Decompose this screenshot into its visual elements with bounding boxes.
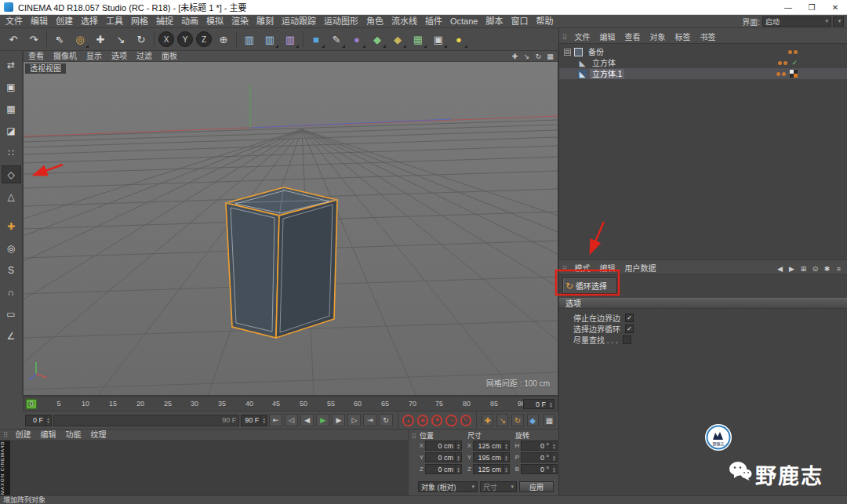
- select-boundary-loop-checkbox[interactable]: [625, 325, 634, 333]
- menu-edit[interactable]: 编辑: [27, 15, 52, 28]
- viewport-menu-filter[interactable]: 过滤: [132, 51, 157, 62]
- om-menu-edit[interactable]: 编辑: [595, 32, 620, 43]
- enable-snap-icon[interactable]: S: [2, 261, 21, 279]
- lock-icon[interactable]: ✱: [822, 264, 832, 274]
- menu-help[interactable]: 帮助: [532, 15, 557, 28]
- expand-icon[interactable]: ⊟: [564, 49, 571, 56]
- timeline-ruler[interactable]: 0F 0 5 10 15 20 25 30 35 40 45 50 55 60 …: [23, 396, 558, 412]
- keyframe-selection-icon[interactable]: ▦: [543, 414, 555, 426]
- texture-tag-icon[interactable]: [790, 70, 798, 78]
- size-x-field[interactable]: 125 cm▴▾: [473, 441, 510, 451]
- size-y-field[interactable]: 195 cm▴▾: [473, 452, 510, 462]
- points-mode-icon[interactable]: ∷: [2, 143, 21, 161]
- mini-move-icon[interactable]: ✚: [482, 414, 493, 426]
- generators-icon[interactable]: ◆: [368, 30, 387, 49]
- viewport-menu-panel[interactable]: 面板: [157, 51, 182, 62]
- position-y-field[interactable]: 0 cm▴▾: [425, 452, 462, 462]
- frame-end-field[interactable]: 90 F ▴▾: [241, 415, 267, 426]
- menu-tools[interactable]: 工具: [102, 15, 127, 28]
- stop-at-boundary-checkbox[interactable]: [625, 314, 634, 322]
- material-list[interactable]: [10, 441, 408, 495]
- rotation-p-field[interactable]: 0 °▴▾: [521, 452, 558, 462]
- position-x-field[interactable]: 0 cm▴▾: [425, 441, 462, 451]
- panel-grip-icon[interactable]: ⠿: [0, 431, 11, 439]
- zoom-view-icon[interactable]: ↘: [522, 52, 532, 61]
- pan-view-icon[interactable]: ✚: [510, 52, 520, 61]
- stepper[interactable]: ▴▾: [503, 465, 509, 473]
- menu-character[interactable]: 角色: [362, 15, 387, 28]
- material-menu-function[interactable]: 功能: [61, 430, 86, 441]
- menu-octane[interactable]: Octane: [446, 15, 482, 28]
- spline-pen-icon[interactable]: ✎: [327, 30, 346, 49]
- stepper[interactable]: ▴▾: [551, 453, 557, 462]
- options-section-header[interactable]: 选项: [559, 298, 847, 309]
- render-picture-viewer-icon[interactable]: ▥: [260, 30, 279, 49]
- subdivision-surface-icon[interactable]: ●: [347, 30, 366, 49]
- menu-script[interactable]: 脚本: [482, 15, 507, 28]
- menu-render[interactable]: 渲染: [227, 15, 253, 28]
- viewport-menu-cameras[interactable]: 摄像机: [49, 51, 82, 62]
- om-menu-tags[interactable]: 标签: [671, 32, 696, 43]
- stepper[interactable]: ▴▾: [45, 415, 51, 426]
- goto-start-button[interactable]: ⇤: [269, 414, 282, 426]
- material-menu-texture[interactable]: 纹理: [86, 430, 111, 441]
- cube-object[interactable]: [226, 187, 337, 338]
- toggle-views-icon[interactable]: ▦: [545, 52, 555, 61]
- timeline-frame-field[interactable]: 0 F ▴▾: [523, 399, 554, 409]
- workplane-mode-icon[interactable]: ◪: [2, 121, 21, 140]
- menu-plugins[interactable]: 插件: [421, 15, 446, 28]
- apply-button[interactable]: 应用: [519, 481, 554, 492]
- object-row-selected[interactable]: ◣ 立方体.1: [559, 68, 847, 79]
- record-keyframe-button[interactable]: ●: [402, 415, 413, 426]
- stepper[interactable]: ▴▾: [547, 400, 554, 408]
- om-menu-bookmarks[interactable]: 书签: [696, 32, 721, 43]
- mini-rotate-icon[interactable]: ↻: [511, 414, 523, 426]
- interface-dropdown[interactable]: 启动 ▾: [762, 16, 831, 27]
- model-mode-icon[interactable]: ▣: [2, 78, 21, 96]
- menu-file[interactable]: 文件: [2, 15, 27, 28]
- menu-simulate[interactable]: 模拟: [202, 15, 227, 28]
- forward-icon[interactable]: ▶: [787, 264, 797, 274]
- visibility-dot-icon[interactable]: [776, 72, 780, 76]
- visibility-dot-icon[interactable]: [788, 50, 792, 54]
- play-button[interactable]: ▶: [316, 414, 329, 426]
- menu-mograph[interactable]: 运动图形: [320, 15, 362, 28]
- stepper[interactable]: ▴▾: [551, 465, 557, 473]
- maximize-button[interactable]: ❐: [800, 0, 823, 15]
- coordinate-mode-dropdown[interactable]: 对象 (相对) ▾: [418, 481, 478, 492]
- panel-grip-icon[interactable]: ⠿: [559, 34, 570, 42]
- y-axis-lock-button[interactable]: Y: [177, 31, 193, 47]
- menu-animate[interactable]: 动画: [177, 15, 202, 28]
- x-axis-lock-button[interactable]: X: [158, 31, 174, 47]
- stepper[interactable]: ▴▾: [455, 441, 461, 450]
- next-key-button[interactable]: ▷: [347, 414, 361, 426]
- viewport-menu-display[interactable]: 显示: [82, 51, 107, 62]
- lock-workplane-icon[interactable]: ▭: [2, 305, 21, 323]
- primitive-cube-icon[interactable]: ■: [307, 30, 325, 49]
- menu-select[interactable]: 选择: [77, 15, 102, 28]
- am-tab-userdata[interactable]: 用户数据: [620, 263, 661, 274]
- frame-start-field[interactable]: 0 F ▴▾: [25, 415, 52, 426]
- stepper[interactable]: ▴▾: [503, 453, 509, 462]
- rotation-b-field[interactable]: 0 °▴▾: [521, 464, 558, 474]
- live-selection-icon[interactable]: ◎: [71, 30, 89, 49]
- record-scale-button[interactable]: ↘: [445, 415, 456, 426]
- floor-icon[interactable]: ▦: [409, 30, 427, 49]
- coordinate-system-icon[interactable]: ⊕: [214, 30, 233, 49]
- polygons-mode-icon[interactable]: △: [2, 187, 21, 205]
- back-icon[interactable]: ◀: [775, 264, 785, 274]
- am-tab-mode[interactable]: 模式: [570, 263, 595, 274]
- menu-window[interactable]: 窗口: [507, 15, 532, 28]
- z-axis-lock-button[interactable]: Z: [196, 31, 212, 47]
- menu-pipeline[interactable]: 流水线: [387, 15, 421, 28]
- object-name[interactable]: 立方体: [590, 58, 618, 68]
- mini-scale-icon[interactable]: ↘: [496, 414, 508, 426]
- light-icon[interactable]: ●: [449, 30, 468, 49]
- record-rotation-button[interactable]: ↻: [460, 415, 471, 426]
- panel-grip-icon[interactable]: ⠿: [559, 265, 570, 273]
- position-z-field[interactable]: 0 cm▴▾: [425, 464, 462, 474]
- material-menu-create[interactable]: 创建: [11, 430, 36, 441]
- quantize-icon[interactable]: ∠: [2, 327, 21, 345]
- next-frame-button[interactable]: ▶: [332, 414, 345, 426]
- record-position-button[interactable]: ✚: [431, 415, 442, 426]
